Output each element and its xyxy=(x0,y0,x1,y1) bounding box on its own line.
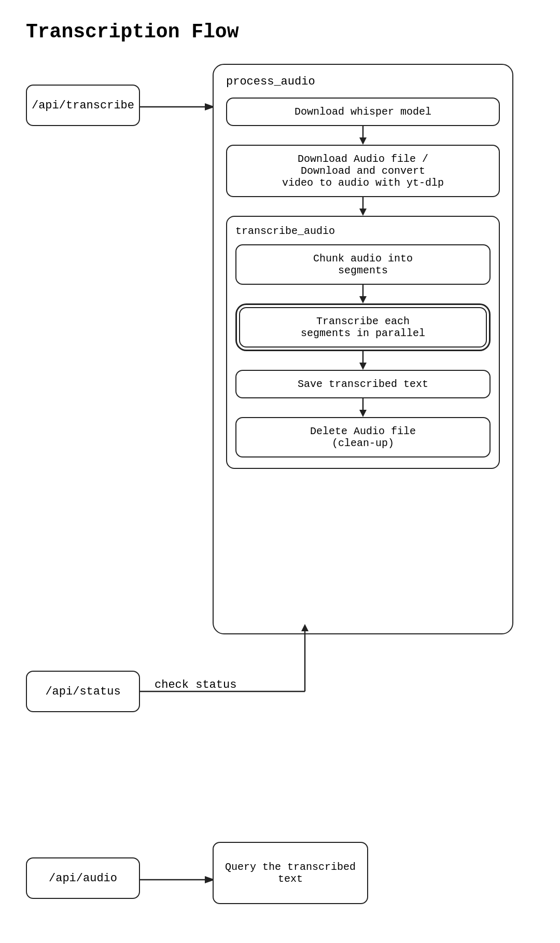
query-box: Query the transcribed text xyxy=(213,842,368,904)
save-text-label: Save transcribed text xyxy=(298,378,428,390)
arrow-down-3 xyxy=(235,285,491,303)
arrow-down-5 xyxy=(235,398,491,417)
arrow-down-1 xyxy=(226,126,500,145)
transcribe-segments-text: Transcribe eachsegments in parallel xyxy=(301,315,425,339)
api-status-box: /api/status xyxy=(26,671,140,712)
download-audio-text: Download Audio file /Download and conver… xyxy=(282,153,444,189)
check-status-label: check status xyxy=(155,678,236,691)
arrow-down-4 xyxy=(235,351,491,370)
arrow-transcribe-to-process xyxy=(140,99,215,115)
chunk-audio-text: Chunk audio intosegments xyxy=(313,253,413,276)
delete-audio-text: Delete Audio file(clean-up) xyxy=(310,425,416,449)
transcribe-audio-container: transcribe_audio Chunk audio intosegment… xyxy=(226,216,500,469)
process-audio-container: process_audio Download whisper model Dow… xyxy=(213,64,513,634)
svg-marker-7 xyxy=(359,296,367,303)
arrow-audio-to-query xyxy=(140,872,215,887)
download-whisper-box: Download whisper model xyxy=(226,98,500,126)
transcribe-audio-label: transcribe_audio xyxy=(235,225,491,237)
api-audio-box: /api/audio xyxy=(26,857,140,899)
svg-marker-5 xyxy=(359,209,367,216)
svg-marker-14 xyxy=(301,624,309,631)
svg-marker-11 xyxy=(359,410,367,417)
arrow-down-2 xyxy=(226,197,500,216)
download-audio-box: Download Audio file /Download and conver… xyxy=(226,145,500,197)
diagram-container: /api/transcribe process_audio Download w… xyxy=(16,64,544,943)
transcribe-segments-box: Transcribe eachsegments in parallel xyxy=(239,307,487,348)
process-audio-label: process_audio xyxy=(226,75,500,88)
page-title: Transcription Flow xyxy=(26,21,544,43)
api-transcribe-box: /api/transcribe xyxy=(26,85,140,126)
api-status-label: /api/status xyxy=(45,685,120,698)
svg-marker-3 xyxy=(359,137,367,145)
check-status-arrow xyxy=(139,624,326,728)
svg-marker-9 xyxy=(359,363,367,370)
api-audio-label: /api/audio xyxy=(49,872,117,885)
api-transcribe-label: /api/transcribe xyxy=(32,99,134,112)
chunk-audio-box: Chunk audio intosegments xyxy=(235,244,491,285)
delete-audio-box: Delete Audio file(clean-up) xyxy=(235,417,491,457)
download-whisper-text: Download whisper model xyxy=(295,106,431,118)
query-text: Query the transcribed text xyxy=(222,861,359,885)
check-status-text: check status xyxy=(155,678,236,691)
save-text-box: Save transcribed text xyxy=(235,370,491,398)
